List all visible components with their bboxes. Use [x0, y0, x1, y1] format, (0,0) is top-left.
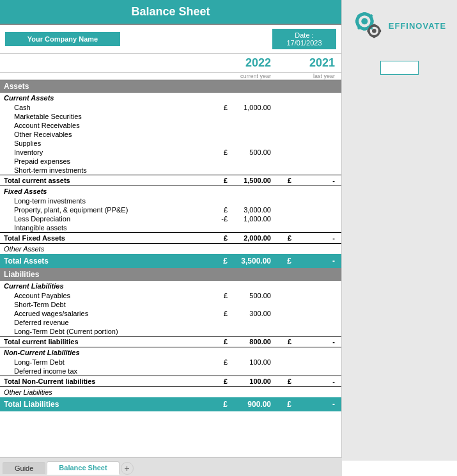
right-sidebar: EFFINOVATE: [342, 0, 457, 461]
total-liabilities-row: Total Liabilities £ 900.00 £ -: [0, 397, 341, 411]
row-long-term-debt-current: Long-Term Debt (Current portion): [0, 327, 341, 336]
company-bar: Your Company Name Date : 17/01/2023: [0, 25, 341, 54]
row-long-term-debt: Long-Term Debt £ 100.00: [0, 358, 341, 367]
date-value: 17/01/2023: [286, 39, 321, 47]
row-account-receivables: Account Receivables: [0, 121, 341, 130]
row-long-term-investments: Long-term investments: [0, 196, 341, 205]
row-short-term-debt: Short-Term Debt: [0, 300, 341, 309]
total-assets-row: Total Assets £ 3,500.00 £ -: [0, 254, 341, 268]
row-account-payables: Account Payables £ 500.00: [0, 291, 341, 300]
company-name-box: Your Company Name: [5, 32, 120, 46]
row-prepaid: Prepaid expenses: [0, 157, 341, 166]
other-assets-row: Other Assets: [0, 244, 341, 254]
company-name: Your Company Name: [27, 35, 98, 43]
svg-rect-12: [373, 24, 375, 26]
svg-rect-14: [367, 29, 369, 32]
title-text: Balance Sheet: [131, 5, 210, 18]
row-deferred-income-tax: Deferred income tax: [0, 367, 341, 376]
assets-header: Assets: [0, 80, 341, 93]
main-container: Balance Sheet Your Company Name Date : 1…: [0, 0, 457, 461]
total-current-assets: Total current assets £ 1,500.00 £ -: [0, 175, 341, 186]
tabs-bar: Guide Balance Sheet +: [0, 457, 342, 476]
row-intangible: Intangible assets: [0, 223, 341, 232]
fixed-assets-header: Fixed Assets: [0, 186, 341, 196]
svg-point-11: [372, 29, 376, 33]
year1-header: 2022: [213, 56, 277, 70]
svg-rect-2: [363, 12, 366, 15]
other-liabilities-row: Other Liabilities: [0, 387, 341, 397]
sidebar-color-box[interactable]: [380, 61, 419, 75]
date-box: Date : 17/01/2023: [272, 29, 336, 49]
total-noncurrent-liabilities: Total Non-Current liabilities £ 100.00 £…: [0, 376, 341, 387]
year2-header: 2021: [277, 56, 341, 70]
svg-point-1: [361, 18, 368, 24]
row-ppe: Property, plant, & equipment (PP&E) £ 3,…: [0, 205, 341, 214]
total-fixed-assets: Total Fixed Assets £ 2,000.00 £ -: [0, 232, 341, 244]
row-deferred-revenue: Deferred revenue: [0, 318, 341, 327]
page-wrapper: Balance Sheet Your Company Name Date : 1…: [0, 0, 457, 476]
svg-rect-3: [363, 28, 366, 30]
logo-area: EFFINOVATE: [353, 10, 446, 42]
total-current-liabilities: Total current liabilities £ 800.00 £ -: [0, 336, 341, 347]
row-less-depreciation: Less Depreciation -£ 1,000.00: [0, 214, 341, 223]
year-header-row: 2022 2021: [0, 54, 341, 73]
current-liabilities-header: Current Liabilities: [0, 281, 341, 291]
svg-rect-15: [379, 29, 381, 32]
year2-sub: last year: [277, 73, 341, 79]
year1-sub: current year: [213, 73, 277, 79]
svg-rect-4: [355, 20, 358, 23]
sheet-area: Balance Sheet Your Company Name Date : 1…: [0, 0, 342, 461]
current-assets-header: Current Assets: [0, 93, 341, 103]
liabilities-header: Liabilities: [0, 268, 341, 281]
row-marketable-securities: Marketable Securities: [0, 112, 341, 121]
svg-rect-13: [373, 36, 375, 38]
logo-text: EFFINOVATE: [389, 21, 446, 31]
svg-rect-5: [371, 20, 373, 23]
logo-gear-icon: [353, 10, 385, 42]
row-other-receivables: Other Receivables: [0, 130, 341, 139]
date-label: Date :: [295, 31, 313, 39]
row-supplies: Supplies: [0, 139, 341, 148]
tab-guide[interactable]: Guide: [3, 462, 45, 474]
tab-balance-sheet[interactable]: Balance Sheet: [47, 461, 119, 475]
row-cash: Cash £ 1,000.00: [0, 103, 341, 112]
sheet-title: Balance Sheet: [0, 0, 341, 25]
row-inventory: Inventory £ 500.00: [0, 148, 341, 157]
tab-add-button[interactable]: +: [121, 462, 134, 475]
non-current-liabilities-header: Non-Current Liabilities: [0, 347, 341, 358]
row-accrued-wages: Accrued wages/salaries £ 300.00: [0, 309, 341, 318]
row-short-term-investments: Short-term investments: [0, 166, 341, 175]
subheader-row: current year last year: [0, 73, 341, 80]
